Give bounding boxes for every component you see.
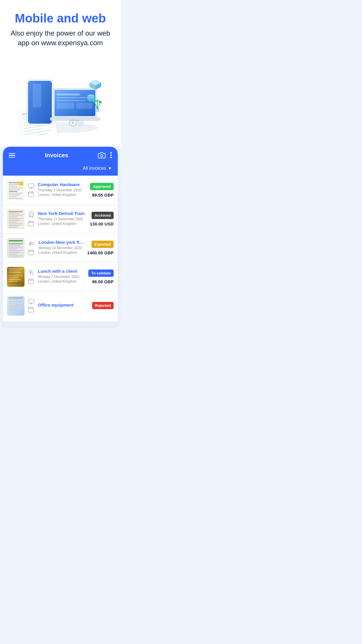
svg-rect-53 [28, 221, 34, 226]
svg-point-46 [110, 155, 112, 156]
table-row[interactable]: London-New york flight Monday 14 Decembe… [3, 234, 118, 262]
hero-illustration [11, 53, 110, 135]
invoice-type-icons [28, 212, 34, 226]
invoice-amount: 89.55 GBP [92, 192, 114, 197]
svg-rect-56 [28, 299, 34, 303]
svg-rect-21 [57, 94, 80, 95]
illustration [11, 53, 110, 135]
svg-rect-17 [33, 84, 41, 107]
header-action-icons [98, 152, 112, 158]
invoice-amount: 130.00 USD [90, 221, 114, 226]
svg-rect-57 [28, 307, 34, 312]
calendar-icon [28, 220, 34, 226]
invoice-date: Monday 14 December 2020 [38, 246, 84, 250]
invoice-thumbnail [7, 296, 24, 316]
sticky-note [19, 181, 23, 186]
invoice-type-icons [28, 299, 34, 312]
invoice-thumbnail [7, 209, 24, 229]
invoice-type-icons [28, 241, 35, 255]
invoice-name: New York-Detroit Train [38, 211, 86, 216]
svg-point-47 [110, 157, 112, 158]
train-icon [28, 212, 34, 218]
food-icon [28, 270, 34, 276]
invoice-thumbnail [7, 238, 24, 258]
invoice-amount: 1400.00 GBP [87, 250, 114, 255]
calendar-icon [28, 191, 34, 197]
svg-rect-48 [28, 184, 34, 188]
more-icon[interactable] [110, 152, 112, 158]
svg-point-38 [98, 100, 102, 104]
svg-rect-49 [28, 192, 34, 197]
invoice-name: Lunch with a client [38, 269, 85, 274]
calendar-icon [28, 249, 34, 255]
app-nav-title: Invoices [45, 152, 68, 159]
invoice-info: Office equipment [38, 302, 89, 309]
invoice-date: Thursday 11 December 2020 [38, 217, 86, 221]
filter-arrow-icon: ▼ [108, 166, 112, 171]
invoice-right-panel: Approved 89.55 GBP [90, 183, 114, 197]
monitor-icon [28, 299, 34, 304]
table-row[interactable]: Office equipment Rejected [3, 292, 118, 322]
invoice-info: Computer Hardware Thursday 3 December 20… [38, 182, 87, 198]
status-badge: Rejected [92, 302, 114, 309]
invoice-thumbnail [7, 180, 24, 200]
table-row[interactable]: New York-Detroit Train Thursday 11 Decem… [3, 205, 118, 233]
calendar-icon [28, 307, 34, 312]
invoice-list: Computer Hardware Thursday 3 December 20… [3, 176, 118, 322]
invoice-info: Lunch with a client Monday 7 December 20… [38, 269, 85, 285]
invoice-type-icons [28, 270, 34, 284]
svg-point-44 [101, 155, 103, 157]
table-row[interactable]: Lunch with a client Monday 7 December 20… [3, 263, 118, 291]
invoice-right-panel: To validate 96.00 GBP [88, 270, 114, 284]
flight-icon [28, 241, 35, 247]
invoice-location: London, United Kingdom [38, 251, 84, 255]
svg-rect-54 [28, 250, 34, 255]
invoice-name: London-New york flight [38, 240, 84, 245]
status-badge: To validate [88, 270, 114, 277]
menu-icon[interactable] [9, 153, 15, 158]
svg-point-45 [110, 152, 112, 154]
svg-point-52 [32, 216, 33, 217]
top-section: Mobile and web Also enjoy the power of o… [0, 0, 121, 147]
menu-line-1 [9, 153, 15, 154]
svg-point-43 [79, 122, 82, 124]
invoice-name: Computer Hardware [38, 182, 87, 187]
invoice-info: London-New york flight Monday 14 Decembe… [38, 240, 84, 256]
invoice-right-panel: Rejected [92, 302, 114, 309]
calendar-icon [28, 278, 34, 284]
filter-bar[interactable]: All invoices ▼ [9, 163, 112, 176]
table-row[interactable]: Computer Hardware Thursday 3 December 20… [3, 176, 118, 204]
svg-point-41 [71, 121, 74, 124]
subtitle-text: Also enjoy the power of our web app on w… [6, 29, 115, 48]
header-top-bar: Invoices [9, 152, 112, 163]
invoice-date: Monday 7 December 2020 [38, 275, 85, 279]
svg-rect-25 [76, 103, 92, 109]
camera-icon[interactable] [98, 152, 106, 158]
menu-line-2 [9, 155, 15, 156]
svg-rect-22 [57, 97, 92, 98]
app-mockup: Invoices All invoices ▼ [3, 147, 118, 328]
invoice-location: London, United Kingdom [38, 193, 87, 197]
status-badge: Approved [90, 183, 114, 190]
invoice-right-panel: Archived 130.00 USD [90, 212, 114, 226]
invoice-date: Thursday 3 December 2020 [38, 188, 87, 192]
invoice-location: London, United Kingdom [38, 279, 85, 284]
page-title: Mobile and web [6, 12, 115, 25]
invoice-location: London, United Kingdom [38, 222, 86, 226]
menu-line-3 [9, 157, 15, 158]
filter-label: All invoices [83, 166, 106, 171]
status-badge: Archived [92, 212, 114, 219]
svg-rect-55 [28, 279, 34, 284]
svg-point-39 [96, 100, 99, 102]
invoice-right-panel: Exported 1400.00 GBP [87, 241, 114, 255]
invoice-amount: 96.00 GBP [92, 279, 114, 284]
svg-rect-24 [57, 103, 74, 109]
invoice-name: Office equipment [38, 302, 89, 307]
status-badge: Exported [92, 241, 114, 248]
invoice-thumbnail [7, 267, 24, 287]
monitor-icon [28, 183, 34, 189]
invoice-type-icons [28, 183, 34, 197]
app-header: Invoices All invoices ▼ [3, 147, 118, 176]
svg-rect-23 [57, 100, 86, 101]
svg-point-51 [30, 216, 31, 217]
